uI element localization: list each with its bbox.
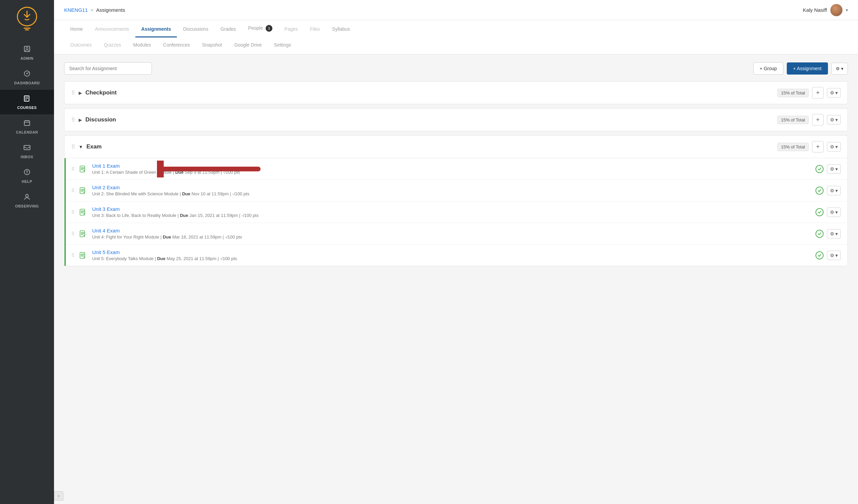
item-drag-unit1[interactable]: ⠿ — [71, 166, 75, 172]
discussion-gear-icon: ⚙ — [830, 117, 835, 123]
logo-line-1 — [23, 28, 30, 29]
item-title-unit3[interactable]: Unit 3 Exam — [92, 206, 815, 212]
tab-pages[interactable]: Pages — [279, 21, 304, 37]
item-drag-unit3[interactable]: ⠿ — [71, 210, 75, 215]
unit3-gear-button[interactable]: ⚙ ▾ — [827, 208, 841, 217]
drag-handle-discussion[interactable]: ⠿ — [71, 117, 75, 123]
group-discussion-header[interactable]: ⠿ ▶ Discussion 15% of Total + ⚙ ▾ — [64, 109, 847, 131]
expand-arrow-checkpoint[interactable]: ▶ — [79, 91, 82, 96]
checkpoint-gear-button[interactable]: ⚙ ▾ — [827, 88, 841, 97]
unit5-gear-button[interactable]: ⚙ ▾ — [827, 251, 841, 260]
tab-assignments[interactable]: Assignments — [136, 21, 177, 37]
svg-rect-6 — [24, 145, 30, 150]
item-drag-unit5[interactable]: ⠿ — [71, 253, 75, 258]
dashboard-icon — [23, 70, 31, 79]
item-meta-unit5: Unit 5: Everybody Talks Module | Due May… — [92, 256, 815, 261]
people-badge: 3 — [266, 25, 272, 32]
sidebar-item-courses[interactable]: COURSES — [0, 90, 54, 114]
exam-percent: 15% of Total — [777, 143, 809, 151]
item-module-unit5: Unit 5: Everybody Talks Module — [92, 256, 154, 261]
assignment-quiz-icon-unit2 — [78, 186, 88, 195]
drag-handle-exam[interactable]: ⠿ — [71, 144, 75, 150]
item-title-unit4[interactable]: Unit 4 Exam — [92, 228, 815, 233]
item-pts-unit3: -/100 pts — [242, 213, 259, 218]
due-label-unit3: Due — [180, 213, 189, 218]
group-checkpoint-name: Checkpoint — [85, 90, 777, 96]
exam-add-button[interactable]: + — [812, 141, 824, 152]
item-pts-unit1: -/100 pts — [223, 170, 240, 175]
chevron-down-icon[interactable]: ▾ — [846, 8, 848, 13]
add-assignment-button[interactable]: + Assignment — [787, 62, 828, 75]
group-checkpoint-header[interactable]: ⠿ ▶ Checkpoint 15% of Total + ⚙ ▾ — [64, 82, 847, 104]
add-group-button[interactable]: + Group — [753, 62, 783, 75]
tab-settings[interactable]: Settings — [268, 37, 297, 53]
sidebar-item-help[interactable]: HELP — [0, 164, 54, 188]
assignment-quiz-icon-unit3 — [78, 208, 88, 217]
item-actions-unit1: ⚙ ▾ — [815, 164, 841, 174]
item-meta-unit4: Unit 4: Fight for Your Right Module | Du… — [92, 234, 815, 240]
exam-gear-button[interactable]: ⚙ ▾ — [827, 142, 841, 151]
drag-handle-checkpoint[interactable]: ⠿ — [71, 90, 75, 96]
sidebar-item-calendar[interactable]: CALENDAR — [0, 114, 54, 139]
observing-icon — [23, 193, 31, 202]
tab-announcements[interactable]: Announcements — [89, 21, 135, 37]
unit2-gear-arrow: ▾ — [836, 188, 838, 193]
item-title-unit2[interactable]: Unit 2 Exam — [92, 184, 815, 190]
svg-rect-5 — [24, 121, 30, 126]
tab-files[interactable]: Files — [304, 21, 326, 37]
breadcrumb: KNENG11 > Assignments — [64, 7, 125, 13]
check-circle-unit3 — [815, 208, 824, 216]
item-drag-unit2[interactable]: ⠿ — [71, 188, 75, 193]
tab-home[interactable]: Home — [64, 21, 89, 37]
item-info-unit1: Unit 1 Exam Unit 1: A Certain Shade of G… — [92, 163, 815, 175]
checkpoint-percent: 15% of Total — [777, 89, 809, 97]
item-pts-unit4: -/100 pts — [225, 234, 242, 240]
tab-snapshot[interactable]: Snapshot — [196, 37, 228, 53]
tab-discussions[interactable]: Discussions — [177, 21, 214, 37]
user-name: Kaly Nasiff — [803, 7, 827, 13]
discussion-add-button[interactable]: + — [812, 114, 824, 126]
group-exam: ⠿ ▼ Exam 15% of Total + ⚙ ▾ ⠿ — [64, 135, 848, 266]
tab-syllabus[interactable]: Syllabus — [326, 21, 356, 37]
item-meta-unit3: Unit 3: Back to Life, Back to Reality Mo… — [92, 213, 815, 218]
item-title-unit1[interactable]: Unit 1 Exam — [92, 163, 815, 169]
item-title-unit5[interactable]: Unit 5 Exam — [92, 249, 815, 255]
breadcrumb-separator: > — [91, 7, 94, 13]
tab-people[interactable]: People 3 — [242, 20, 278, 37]
group-exam-header[interactable]: ⠿ ▼ Exam 15% of Total + ⚙ ▾ — [64, 136, 847, 158]
tab-outcomes[interactable]: Outcomes — [64, 37, 98, 53]
item-meta-unit2: Unit 2: She Blinded Me with Science Modu… — [92, 191, 815, 196]
checkpoint-add-button[interactable]: + — [812, 87, 824, 98]
user-area[interactable]: Kaly Nasiff ▾ — [803, 4, 848, 16]
unit2-gear-button[interactable]: ⚙ ▾ — [827, 186, 841, 195]
item-pts-unit2: -/100 pts — [232, 191, 250, 196]
sidebar-item-admin[interactable]: ADMIN — [0, 40, 54, 65]
group-checkpoint: ⠿ ▶ Checkpoint 15% of Total + ⚙ ▾ — [64, 81, 848, 104]
sidebar-item-inbox[interactable]: INBOX — [0, 139, 54, 164]
toolbar-actions: + Group + Assignment ⚙ ▾ — [753, 62, 848, 75]
item-drag-unit4[interactable]: ⠿ — [71, 231, 75, 237]
sidebar: ADMIN DASHBOARD COURSES — [0, 0, 54, 504]
breadcrumb-link[interactable]: KNENG11 — [64, 7, 88, 13]
tab-quizzes[interactable]: Quizzes — [98, 37, 127, 53]
tab-grades[interactable]: Grades — [214, 21, 242, 37]
discussion-gear-button[interactable]: ⚙ ▾ — [827, 115, 841, 125]
assignments-settings-gear[interactable]: ⚙ ▾ — [831, 63, 848, 75]
expand-arrow-discussion[interactable]: ▶ — [79, 117, 82, 123]
checkpoint-gear-arrow: ▾ — [836, 90, 838, 96]
unit4-gear-button[interactable]: ⚙ ▾ — [827, 229, 841, 239]
item-info-unit2: Unit 2 Exam Unit 2: She Blinded Me with … — [92, 184, 815, 196]
unit1-gear-button[interactable]: ⚙ ▾ — [827, 164, 841, 174]
item-info-unit3: Unit 3 Exam Unit 3: Back to Life, Back t… — [92, 206, 815, 218]
tab-google-drive[interactable]: Google Drive — [228, 37, 268, 53]
sidebar-item-observing[interactable]: OBSERVING — [0, 188, 54, 213]
tab-modules[interactable]: Modules — [127, 37, 157, 53]
tab-conferences[interactable]: Conferences — [157, 37, 196, 53]
collapse-sidebar-btn[interactable]: ‹ — [54, 491, 63, 501]
discussion-percent: 15% of Total — [777, 116, 809, 124]
sidebar-item-dashboard[interactable]: DASHBOARD — [0, 65, 54, 90]
unit5-gear-icon: ⚙ — [830, 253, 835, 258]
expand-arrow-exam[interactable]: ▼ — [79, 144, 83, 149]
search-input[interactable] — [64, 62, 152, 75]
sidebar-item-help-label: HELP — [21, 179, 32, 183]
